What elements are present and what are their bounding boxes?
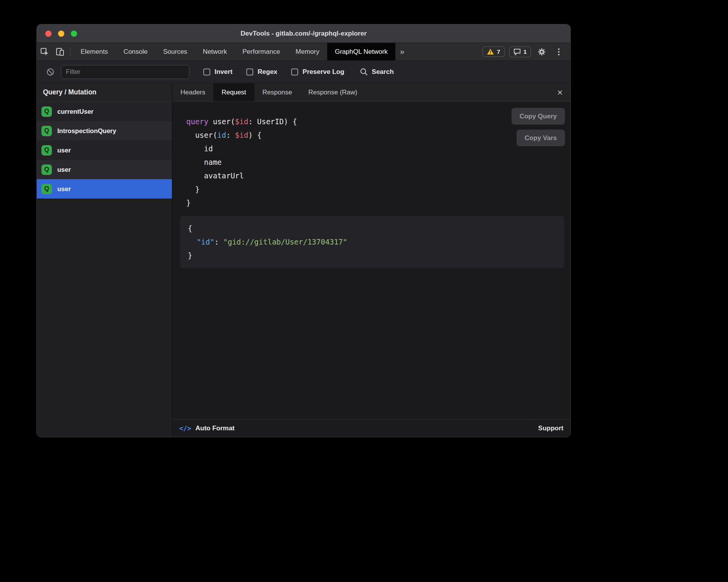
invert-checkbox[interactable]: Invert bbox=[203, 68, 232, 76]
window-titlebar: DevTools - gitlab.com/-/graphql-explorer bbox=[37, 24, 570, 43]
clear-block-icon[interactable] bbox=[45, 61, 56, 83]
tab-network[interactable]: Network bbox=[195, 43, 235, 60]
warning-triangle-icon bbox=[487, 48, 494, 55]
query-type-badge: Q bbox=[41, 106, 52, 117]
tab-response-raw[interactable]: Response (Raw) bbox=[300, 83, 366, 101]
more-tabs-chevron-icon[interactable]: » bbox=[395, 47, 409, 56]
code-line: name bbox=[186, 156, 570, 169]
warnings-badge[interactable]: 7 bbox=[482, 46, 504, 57]
preserve-log-checkbox-label: Preserve Log bbox=[302, 68, 344, 76]
copy-buttons: Copy Query Copy Vars bbox=[512, 108, 565, 146]
code-line: { bbox=[188, 222, 556, 235]
code-line: } bbox=[186, 196, 570, 210]
tabbar-right-cluster: 7 1 bbox=[482, 46, 565, 58]
query-type-badge: Q bbox=[41, 184, 52, 194]
device-toolbar-icon[interactable] bbox=[52, 43, 68, 60]
query-type-badge: Q bbox=[41, 164, 52, 175]
devtools-tabbar: Elements Console Sources Network Perform… bbox=[37, 43, 570, 61]
tab-performance[interactable]: Performance bbox=[235, 43, 288, 60]
request-detail-panel: Headers Request Response Response (Raw) … bbox=[172, 83, 570, 437]
close-window-button[interactable] bbox=[45, 31, 52, 37]
kebab-menu-icon[interactable] bbox=[553, 46, 565, 58]
code-line: } bbox=[188, 249, 556, 262]
query-list-item-user-2[interactable]: Q user bbox=[37, 160, 172, 179]
minimize-window-button[interactable] bbox=[58, 31, 64, 37]
warnings-count: 7 bbox=[497, 48, 500, 55]
code-line: avatarUrl bbox=[186, 169, 570, 183]
detail-tabstrip: Headers Request Response Response (Raw) … bbox=[172, 83, 570, 102]
inspect-element-icon[interactable] bbox=[37, 43, 52, 60]
tab-graphql-network[interactable]: GraphQL Network bbox=[327, 43, 395, 60]
zoom-window-button[interactable] bbox=[71, 31, 77, 37]
request-content: query user($id: UserID) { user(id: $id) … bbox=[172, 102, 570, 419]
invert-checkbox-box[interactable] bbox=[203, 68, 210, 75]
query-list-item-user-3-selected[interactable]: Q user bbox=[37, 179, 172, 199]
traffic-lights bbox=[45, 31, 77, 37]
query-list-item-label: user bbox=[57, 166, 71, 173]
code-line: } bbox=[186, 183, 570, 196]
tab-console[interactable]: Console bbox=[116, 43, 155, 60]
query-type-badge: Q bbox=[41, 145, 52, 156]
window-title: DevTools - gitlab.com/-/graphql-explorer bbox=[37, 30, 570, 38]
code-brackets-icon: </> bbox=[179, 425, 191, 432]
query-list-item-label: currentUser bbox=[57, 108, 94, 115]
query-type-badge: Q bbox=[41, 126, 52, 136]
message-bubble-icon bbox=[513, 48, 521, 55]
query-list-item-user-1[interactable]: Q user bbox=[37, 140, 172, 160]
query-list-item-currentuser[interactable]: Q currentUser bbox=[37, 102, 172, 121]
regex-checkbox-label: Regex bbox=[258, 68, 277, 76]
support-link[interactable]: Support bbox=[538, 425, 563, 432]
preserve-log-checkbox[interactable]: Preserve Log bbox=[291, 68, 344, 76]
query-list-item-label: IntrospectionQuery bbox=[57, 127, 116, 135]
detail-footer: </> Auto Format Support bbox=[172, 419, 570, 437]
query-list-header: Query / Mutation bbox=[37, 83, 172, 102]
code-line: "id": "gid://gitlab/User/13704317" bbox=[188, 235, 556, 249]
toolbar-separator bbox=[70, 47, 70, 56]
query-list-item-label: user bbox=[57, 185, 71, 193]
filter-input[interactable] bbox=[61, 65, 189, 79]
issues-count: 1 bbox=[524, 48, 527, 55]
tab-request[interactable]: Request bbox=[213, 83, 254, 101]
graphql-query-code: query user($id: UserID) { user(id: $id) … bbox=[172, 102, 570, 210]
query-list-item-introspectionquery[interactable]: Q IntrospectionQuery bbox=[37, 121, 172, 140]
tab-response[interactable]: Response bbox=[254, 83, 300, 101]
devtools-window: DevTools - gitlab.com/-/graphql-explorer… bbox=[36, 24, 571, 437]
issues-badge[interactable]: 1 bbox=[509, 46, 531, 57]
query-variables-box: { "id": "gid://gitlab/User/13704317"} bbox=[180, 216, 564, 268]
regex-checkbox[interactable]: Regex bbox=[246, 68, 277, 76]
tab-elements[interactable]: Elements bbox=[73, 43, 116, 60]
close-detail-icon[interactable]: × bbox=[557, 88, 563, 97]
tab-sources[interactable]: Sources bbox=[155, 43, 195, 60]
copy-vars-button[interactable]: Copy Vars bbox=[517, 130, 565, 146]
tab-headers[interactable]: Headers bbox=[172, 83, 213, 101]
preserve-log-checkbox-box[interactable] bbox=[291, 68, 298, 75]
query-list-panel: Query / Mutation Q currentUser Q Introsp… bbox=[37, 83, 172, 437]
search-label: Search bbox=[372, 68, 394, 76]
query-list-item-label: user bbox=[57, 147, 71, 154]
tab-memory[interactable]: Memory bbox=[288, 43, 327, 60]
filter-toolbar: Invert Regex Preserve Log Search bbox=[37, 61, 570, 83]
invert-checkbox-label: Invert bbox=[215, 68, 232, 76]
main-split: Query / Mutation Q currentUser Q Introsp… bbox=[37, 83, 570, 437]
regex-checkbox-box[interactable] bbox=[246, 68, 253, 75]
auto-format-button[interactable]: Auto Format bbox=[196, 425, 235, 432]
settings-gear-icon[interactable] bbox=[536, 46, 548, 58]
search-toggle[interactable]: Search bbox=[360, 68, 394, 76]
copy-query-button[interactable]: Copy Query bbox=[512, 108, 565, 125]
search-icon bbox=[360, 68, 368, 76]
